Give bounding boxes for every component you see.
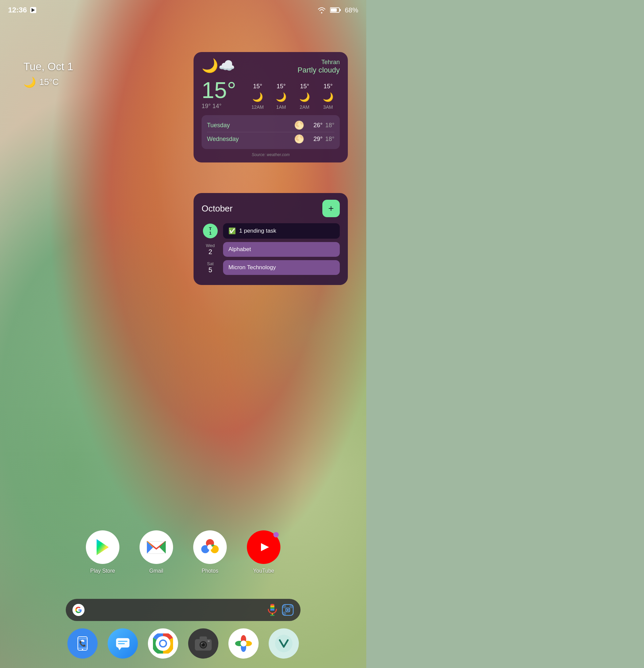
svg-rect-34 <box>118 641 127 642</box>
forecast-row-wednesday: Wednesday 🌕 29°18° <box>207 132 334 146</box>
svg-point-50 <box>240 640 247 647</box>
v-app-dock[interactable] <box>269 628 299 658</box>
svg-marker-0 <box>32 8 35 12</box>
app-grid: Play Store Gmail <box>0 530 366 574</box>
sat5-badge: Sat 5 <box>202 261 219 274</box>
battery-percent: 68% <box>345 6 358 14</box>
svg-rect-26 <box>289 605 293 608</box>
svg-text:📞: 📞 <box>79 640 86 647</box>
today-badge: T1 <box>202 224 219 238</box>
svg-rect-25 <box>282 605 286 608</box>
hourly-item: 15° 🌙 12AM <box>246 83 269 110</box>
youtube-app[interactable]: YouTube <box>247 530 280 574</box>
weather-widget[interactable]: 🌙☁️ Tehran Partly cloudy 15° 19° 14° 15°… <box>193 52 348 163</box>
svg-rect-21 <box>270 606 274 607</box>
calendar-row-today: T1 ✅ 1 pending task <box>202 223 340 239</box>
search-bar[interactable] <box>66 599 300 621</box>
photos-app[interactable]: Photos <box>193 530 227 574</box>
calendar-month: October <box>202 203 233 214</box>
micron-event[interactable]: Micron Technology <box>223 260 340 275</box>
today-circle: T1 <box>203 224 218 238</box>
status-bar: 12:36 68% <box>0 0 366 20</box>
alphabet-label: Alphabet <box>229 246 251 253</box>
forecast-section: Tuesday 🌕 26°18° Wednesday 🌕 29°18° <box>202 115 340 149</box>
calendar-row-wed2: Wed 2 Alphabet <box>202 242 340 257</box>
sat-num: 5 <box>208 266 212 274</box>
svg-point-13 <box>208 545 212 549</box>
youtube-icon <box>247 530 280 564</box>
svg-point-51 <box>275 635 293 652</box>
messages-app-dock[interactable] <box>108 628 138 658</box>
battery-icon <box>330 7 341 13</box>
google-lens-icon[interactable] <box>282 604 294 616</box>
svg-point-44 <box>201 643 203 644</box>
status-left: 12:36 <box>8 6 36 14</box>
hourly-item: 15° 🌙 3AM <box>316 83 340 110</box>
status-time: 12:36 <box>8 6 27 14</box>
phone-app-dock[interactable]: 📞 <box>67 628 98 658</box>
weather-source: Source: weather.com <box>202 152 340 157</box>
google-g-logo <box>73 604 84 616</box>
weather-hi-lo: 19° 14° <box>202 103 236 110</box>
date-temp: 15°C <box>39 77 59 87</box>
weather-icon-main: 🌙☁️ <box>202 59 235 72</box>
svg-point-29 <box>287 609 289 611</box>
svg-rect-27 <box>282 612 286 615</box>
date-text: Tue, Oct 1 <box>23 60 73 73</box>
search-input[interactable] <box>89 599 263 621</box>
svg-marker-4 <box>97 539 109 555</box>
sat-label: Sat <box>207 261 214 266</box>
forecast-row-tuesday: Tuesday 🌕 26°18° <box>207 119 334 132</box>
pending-task-label: 1 pending task <box>239 228 277 234</box>
weather-header: 🌙☁️ Tehran Partly cloudy <box>202 59 340 75</box>
play-notification-icon <box>30 7 36 13</box>
svg-rect-22 <box>270 607 274 609</box>
youtube-label: YouTube <box>253 568 274 574</box>
svg-rect-3 <box>331 9 337 12</box>
weather-city: Tehran <box>298 59 340 66</box>
check-icon: ✅ <box>229 227 236 234</box>
calendar-row-sat5: Sat 5 Micron Technology <box>202 260 340 275</box>
chrome-app-dock[interactable] <box>148 628 178 658</box>
camera-app-dock[interactable] <box>188 628 218 658</box>
photos-label: Photos <box>202 568 218 574</box>
calendar-add-button[interactable]: + <box>322 200 340 217</box>
wed-num: 2 <box>208 248 212 256</box>
svg-rect-2 <box>340 9 341 11</box>
dock: 📞 <box>67 628 299 658</box>
play-store-label: Play Store <box>90 568 115 574</box>
wed2-badge: Wed 2 <box>202 243 219 256</box>
hourly-item: 15° 🌙 1AM <box>269 83 293 110</box>
hourly-item: 15° 🌙 2AM <box>293 83 316 110</box>
date-widget: Tue, Oct 1 🌙 15°C <box>23 60 73 88</box>
svg-point-30 <box>82 649 83 650</box>
svg-rect-23 <box>270 609 274 611</box>
micron-label: Micron Technology <box>229 264 276 271</box>
svg-rect-32 <box>116 638 129 648</box>
status-right: 68% <box>317 6 358 14</box>
calendar-widget[interactable]: October + T1 ✅ 1 pending task Wed 2 Alph… <box>193 193 348 285</box>
alphabet-event[interactable]: Alphabet <box>223 242 340 257</box>
gmail-icon <box>140 530 173 564</box>
calendar-header: October + <box>202 200 340 217</box>
wed-label: Wed <box>206 243 215 248</box>
date-weather-row: 🌙 15°C <box>23 76 73 88</box>
photos-icon <box>193 530 227 564</box>
gmail-app[interactable]: Gmail <box>140 530 173 574</box>
play-store-app[interactable]: Play Store <box>86 530 120 574</box>
svg-rect-20 <box>270 604 274 606</box>
weather-temp-main: 15° <box>202 78 236 101</box>
weather-condition: Partly cloudy <box>298 66 340 75</box>
gmail-label: Gmail <box>149 568 163 574</box>
svg-marker-33 <box>118 648 122 650</box>
date-moon-icon: 🌙 <box>23 76 36 88</box>
pending-task-event[interactable]: ✅ 1 pending task <box>223 223 340 239</box>
wifi-icon <box>317 7 326 13</box>
photos-app-dock[interactable] <box>229 628 258 658</box>
mic-icon[interactable] <box>267 604 278 616</box>
svg-rect-35 <box>118 643 125 644</box>
svg-rect-45 <box>208 640 210 642</box>
play-store-icon <box>86 530 120 564</box>
weather-hourly: 15° 🌙 12AM 15° 🌙 1AM 15° 🌙 2AM 15° 🌙 3AM <box>246 83 340 110</box>
svg-rect-40 <box>200 636 207 640</box>
